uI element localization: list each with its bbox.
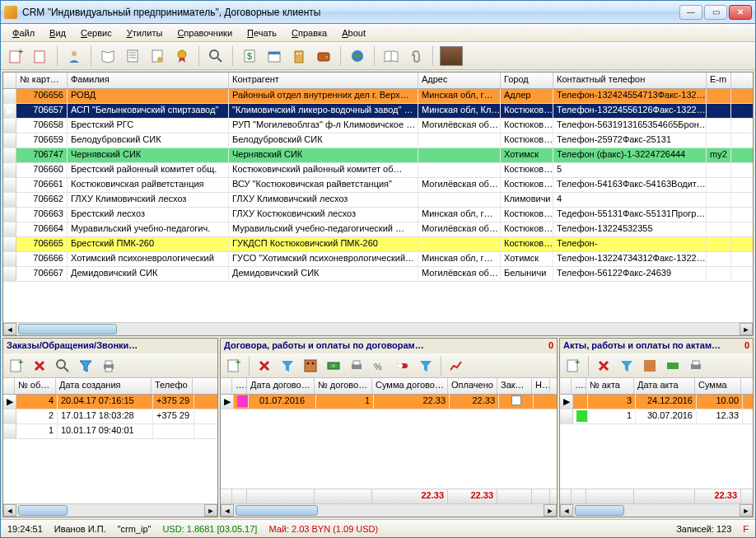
menu-вид[interactable]: Вид (43, 26, 72, 40)
menu-справочники[interactable]: Справочники (170, 26, 239, 40)
table-row[interactable]: ▶420.04.17 07:16:15+375 29 (3, 395, 217, 409)
table-row[interactable]: 706659Белодубровский СИКБелодубровский С… (3, 133, 753, 148)
col-header[interactable] (221, 378, 232, 394)
table-row[interactable]: 706665Брестский ПМК-260ГУКДСП Костюкович… (3, 237, 753, 252)
table-row[interactable]: 706664Муравильский учебно-педагогич.Мура… (3, 222, 753, 237)
scroll-right-icon[interactable]: ► (740, 323, 753, 335)
table-row[interactable]: 110.01.17 09:40:01 (3, 424, 217, 439)
table-row[interactable]: 706658Брестский РГСРУП "Могилевоблгаз" ф… (3, 119, 753, 133)
globe-icon[interactable] (348, 46, 367, 66)
scroll-thumb[interactable] (18, 324, 117, 334)
orders-grid[interactable]: № обр…Дата созданияТелефо ▶420.04.17 07:… (3, 378, 217, 517)
search-icon[interactable] (206, 46, 226, 66)
table-row[interactable]: 706667Демидовичский СИКДемидовичский СИК… (3, 267, 753, 282)
contracts-grid[interactable]: …Дата договора№ договораСумма договораОп… (221, 378, 557, 517)
col-header[interactable]: Дата договора (247, 378, 315, 394)
table-row[interactable]: 130.07.201612.33 (560, 409, 753, 424)
filter-icon[interactable] (278, 356, 297, 376)
abacus-icon[interactable] (640, 356, 660, 376)
col-header[interactable] (3, 378, 15, 394)
col-header[interactable]: На (532, 378, 550, 394)
table-row[interactable]: 706666Хотимский психоневрологическийГУСО… (3, 252, 753, 267)
award-icon[interactable] (172, 46, 192, 66)
col-header[interactable]: … (572, 378, 586, 394)
acts-grid[interactable]: …№ актаДата актаСумма ▶324.12.201610.001… (560, 378, 753, 517)
col-header[interactable]: Сумма договора (372, 378, 448, 394)
col-header[interactable]: Контактный телефон (553, 73, 707, 88)
minimize-button[interactable]: — (679, 5, 702, 20)
table-row[interactable]: 706747Чернявский СИКЧернявский СИКХотимс… (3, 148, 753, 163)
add-icon[interactable]: + (7, 356, 26, 376)
col-header[interactable]: Телефо (152, 378, 193, 394)
add-icon[interactable]: + (563, 356, 583, 376)
menu-файл[interactable]: Файл (6, 26, 41, 40)
col-header[interactable]: Закрыт (497, 378, 532, 394)
table-row[interactable]: 706661Костюковичская райветстанцияВСУ "К… (3, 178, 753, 193)
menu-сервис[interactable]: Сервис (74, 26, 119, 40)
chart-icon[interactable] (446, 356, 466, 376)
building-icon[interactable] (289, 46, 309, 66)
delete-icon[interactable] (30, 356, 49, 376)
close-button[interactable]: ✕ (729, 5, 752, 20)
attach-icon[interactable] (406, 46, 426, 66)
col-header[interactable]: Дата акта (634, 378, 695, 394)
pill-icon[interactable] (393, 356, 413, 376)
col-header[interactable]: E-m (707, 73, 731, 88)
search-icon[interactable] (53, 356, 72, 376)
print-icon[interactable] (99, 356, 119, 376)
table-row[interactable]: 217.01.17 18:03:28+375 29 (3, 409, 217, 424)
col-header[interactable]: Адрес (418, 73, 501, 88)
print-icon[interactable] (686, 356, 706, 376)
new-card-plus-icon[interactable]: + (6, 46, 26, 66)
money-icon[interactable] (324, 356, 343, 376)
open-book-icon[interactable] (381, 46, 401, 66)
user-avatar[interactable] (440, 46, 463, 66)
col-header[interactable] (3, 73, 16, 88)
col-header[interactable]: Сумма (695, 378, 741, 394)
menu-about[interactable]: About (335, 26, 372, 40)
list-doc-icon[interactable] (123, 46, 142, 66)
col-header[interactable]: Фамилия (68, 73, 229, 88)
table-row[interactable]: 706663Брестский лесхозГЛХУ Костюковичски… (3, 208, 753, 222)
filter-icon[interactable] (617, 356, 637, 376)
wallet-icon[interactable] (314, 46, 334, 66)
col-header[interactable]: № акта (586, 378, 634, 394)
menu-утилиты[interactable]: Утилиты (120, 26, 170, 40)
col-header[interactable]: … (232, 378, 247, 394)
maximize-button[interactable]: ▭ (704, 5, 727, 20)
col-header[interactable]: Контрагент (229, 73, 418, 88)
delete-icon[interactable] (594, 356, 614, 376)
calendar-icon[interactable] (264, 46, 284, 66)
table-row[interactable]: ▶324.12.201610.00 (560, 395, 753, 409)
percent-icon[interactable]: % (370, 356, 390, 376)
money-doc-icon[interactable]: $ (240, 46, 259, 66)
abacus-icon[interactable] (301, 356, 320, 376)
table-row[interactable]: ▶01.07.2016122.3322.33 (221, 395, 557, 409)
menu-печать[interactable]: Печать (240, 26, 283, 40)
filter2-icon[interactable] (416, 356, 436, 376)
print-icon[interactable] (347, 356, 366, 376)
person-icon[interactable] (64, 46, 84, 66)
table-row[interactable]: ▶706657АСП "Белынковичский спиртзавод""К… (3, 104, 753, 119)
clients-grid-body[interactable]: 706656РОВДРайонный отдел внутренних дел … (3, 89, 753, 322)
col-header[interactable]: № договора (315, 378, 372, 394)
menu-справка[interactable]: Справка (285, 26, 334, 40)
grid-hscroll[interactable]: ◄ ► (3, 322, 753, 335)
table-row[interactable]: 706662ГЛХУ Климовичский лесхозГЛХУ Климо… (3, 193, 753, 208)
scroll-left-icon[interactable]: ◄ (3, 323, 16, 335)
col-header[interactable] (560, 378, 572, 394)
col-header[interactable]: № карто… (16, 73, 68, 88)
col-header[interactable]: № обр… (15, 378, 56, 394)
col-header[interactable]: Дата создания (56, 378, 152, 394)
money-icon[interactable] (663, 356, 683, 376)
new-card-icon[interactable] (30, 46, 50, 66)
filter-icon[interactable] (76, 356, 96, 376)
cert-icon[interactable] (147, 46, 167, 66)
table-row[interactable]: 706660Брестский районный комитет общ.Кос… (3, 163, 753, 178)
col-header[interactable]: Оплачено (448, 378, 497, 394)
col-header[interactable]: Город (501, 73, 553, 88)
add-icon[interactable]: + (224, 356, 244, 376)
book-icon[interactable] (98, 46, 118, 66)
table-row[interactable]: 706656РОВДРайонный отдел внутренних дел … (3, 89, 753, 104)
delete-icon[interactable] (254, 356, 274, 376)
